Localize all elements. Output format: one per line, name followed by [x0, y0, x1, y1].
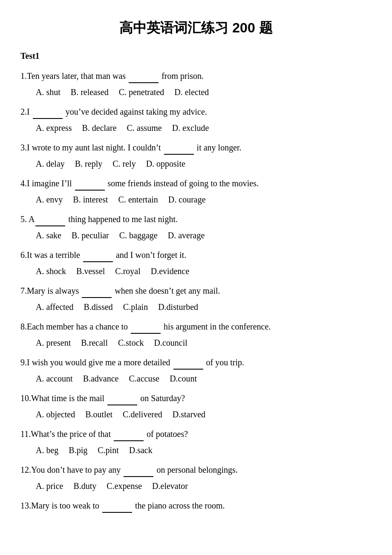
option: D. average — [168, 231, 205, 240]
option: D.evidence — [151, 266, 190, 276]
option: B.outlet — [85, 410, 112, 419]
option: A. shock — [36, 266, 66, 276]
blank-4 — [75, 175, 105, 191]
option: C. entertain — [118, 195, 158, 204]
option: A. envy — [36, 195, 63, 204]
option: B. reply — [75, 159, 102, 168]
option: B. released — [71, 87, 109, 97]
question-block-11: 11.What’s the price of that of potatoes?… — [20, 426, 372, 457]
option: C.accuse — [129, 374, 160, 383]
questions-container: 1.Ten years later, that man was from pri… — [20, 68, 372, 513]
options-6: A. shockB.vesselC.royalD.evidence — [20, 264, 372, 278]
option: C. penetrated — [119, 87, 164, 97]
options-2: A. expressB. declareC. assumeD. exclude — [20, 121, 372, 135]
option: C.delivered — [123, 410, 162, 419]
options-8: A. presentB.recallC.stockD.council — [20, 335, 372, 350]
question-text-8: 8.Each member has a chance to his argume… — [20, 318, 372, 334]
blank-12 — [124, 462, 153, 477]
option: D. opposite — [146, 159, 185, 168]
option: A. present — [36, 338, 71, 347]
option: A. objected — [36, 410, 75, 419]
question-block-9: 9.I wish you would give me a more detail… — [20, 354, 372, 386]
option: A. beg — [36, 445, 58, 455]
option: D.count — [170, 374, 197, 383]
option: B.advance — [83, 374, 119, 383]
question-block-5: 5. A thing happened to me last night.A. … — [20, 211, 372, 243]
options-10: A. objectedB.outletC.deliveredD.starved — [20, 407, 372, 422]
question-block-8: 8.Each member has a chance to his argume… — [20, 318, 372, 350]
question-block-2: 2.I you’ve decided against taking my adv… — [20, 104, 372, 135]
option: B.pig — [69, 445, 87, 455]
question-text-5: 5. A thing happened to me last night. — [20, 211, 372, 226]
question-text-4: 4.I imagine I’ll some friends instead of… — [20, 175, 372, 191]
blank-13 — [102, 497, 132, 513]
options-9: A. accountB.advanceC.accuseD.count — [20, 371, 372, 386]
option: C.pint — [98, 445, 118, 455]
option: A. account — [36, 374, 73, 383]
blank-9 — [173, 354, 203, 370]
option: D. exclude — [172, 123, 209, 133]
options-5: A. sakeB. peculiarC. baggageD. average — [20, 228, 372, 243]
question-block-12: 12.You don’t have to pay any on personal… — [20, 462, 372, 493]
blank-1 — [129, 68, 159, 83]
option: C. assume — [127, 123, 162, 133]
question-text-9: 9.I wish you would give me a more detail… — [20, 354, 372, 370]
option: D.starved — [173, 410, 205, 419]
question-block-1: 1.Ten years later, that man was from pri… — [20, 68, 372, 99]
option: B. declare — [82, 123, 116, 133]
blank-6 — [83, 247, 113, 262]
question-text-7: 7.Mary is always when she doesn’t get an… — [20, 283, 372, 298]
blank-3 — [164, 139, 194, 155]
option: C.plain — [123, 302, 148, 312]
options-7: A. affectedB.dissedC.plainD.disturbed — [20, 300, 372, 314]
question-text-6: 6.It was a terrible and I won’t forget i… — [20, 247, 372, 262]
blank-7 — [82, 283, 112, 298]
option: A. affected — [36, 302, 73, 312]
option: A. shut — [36, 87, 61, 97]
blank-8 — [131, 318, 161, 334]
question-text-1: 1.Ten years later, that man was from pri… — [20, 68, 372, 83]
blank-10 — [107, 390, 137, 405]
question-block-10: 10.What time is the mail on Saturday?A. … — [20, 390, 372, 422]
options-4: A. envyB. interestC. entertainD. courage — [20, 192, 372, 207]
option: A. express — [36, 123, 72, 133]
option: D. courage — [168, 195, 206, 204]
question-block-3: 3.I wrote to my aunt last night. I could… — [20, 139, 372, 171]
option: B.vessel — [76, 266, 105, 276]
section-label: Test1 — [20, 49, 372, 63]
options-12: A. priceB.dutyC.expenseD.elevator — [20, 479, 372, 493]
option: D.sack — [129, 445, 153, 455]
option: A. price — [36, 481, 63, 491]
options-1: A. shutB. releasedC. penetratedD. electe… — [20, 85, 372, 99]
option: B. peculiar — [72, 231, 109, 240]
option: C.royal — [115, 266, 140, 276]
question-text-2: 2.I you’ve decided against taking my adv… — [20, 104, 372, 119]
question-block-7: 7.Mary is always when she doesn’t get an… — [20, 283, 372, 314]
question-block-13: 13.Mary is too weak to the piano across … — [20, 497, 372, 513]
option: C.expense — [107, 481, 142, 491]
question-block-4: 4.I imagine I’ll some friends instead of… — [20, 175, 372, 207]
option: D.elevator — [152, 481, 188, 491]
question-text-3: 3.I wrote to my aunt last night. I could… — [20, 139, 372, 155]
option: C.stock — [118, 338, 144, 347]
option: D.disturbed — [158, 302, 198, 312]
option: D.council — [154, 338, 187, 347]
option: B. interest — [73, 195, 108, 204]
question-block-6: 6.It was a terrible and I won’t forget i… — [20, 247, 372, 278]
option: C. rely — [112, 159, 135, 168]
question-text-13: 13.Mary is too weak to the piano across … — [20, 497, 372, 513]
blank-5 — [35, 211, 65, 226]
page-title: 高中英语词汇练习 200 题 — [20, 17, 372, 39]
option: B.recall — [81, 338, 108, 347]
question-text-12: 12.You don’t have to pay any on personal… — [20, 462, 372, 477]
blank-2 — [33, 104, 63, 119]
question-text-11: 11.What’s the price of that of potatoes? — [20, 426, 372, 441]
option: A. sake — [36, 231, 61, 240]
option: D. elected — [174, 87, 209, 97]
option: C. baggage — [119, 231, 158, 240]
blank-11 — [114, 426, 144, 441]
option: B.duty — [73, 481, 96, 491]
question-text-10: 10.What time is the mail on Saturday? — [20, 390, 372, 405]
option: A. delay — [36, 159, 65, 168]
options-3: A. delayB. replyC. relyD. opposite — [20, 156, 372, 171]
